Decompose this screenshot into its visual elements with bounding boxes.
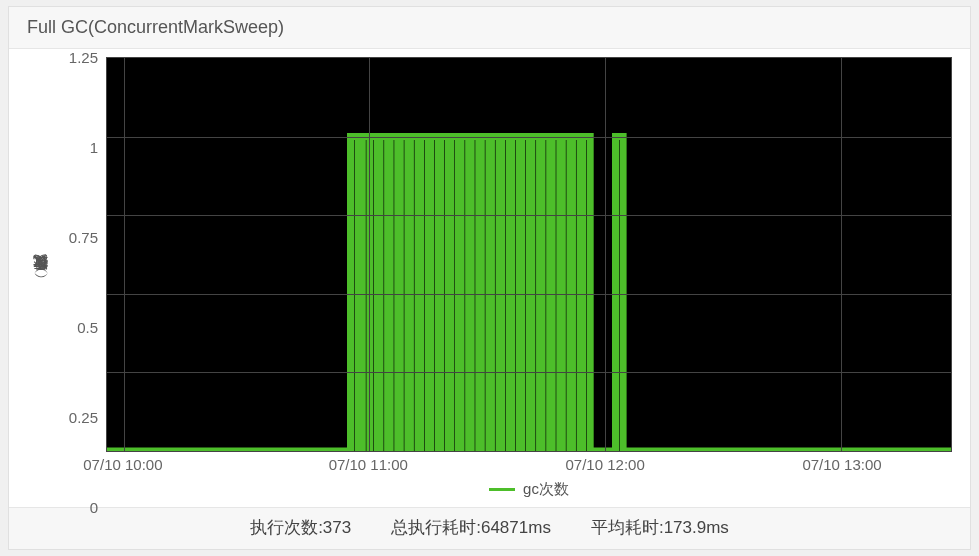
y-tick: 1.25 bbox=[69, 49, 98, 66]
grid-line-h bbox=[107, 294, 951, 295]
grid-line-h bbox=[107, 215, 951, 216]
grid-line-v bbox=[605, 58, 606, 451]
grid-line-h bbox=[107, 372, 951, 373]
stats-row: 执行次数:373 总执行耗时:64871ms 平均耗时:173.9ms bbox=[9, 507, 970, 549]
chart-body: 执行次数变化量（次） 1.2510.750.50.250 07/10 10:00… bbox=[9, 49, 970, 507]
chart-panel: Full GC(ConcurrentMarkSweep) 执行次数变化量（次） … bbox=[8, 6, 971, 550]
legend-label: gc次数 bbox=[523, 480, 569, 499]
grid-line-h bbox=[107, 137, 951, 138]
panel-title: Full GC(ConcurrentMarkSweep) bbox=[9, 7, 970, 49]
x-axis-ticks: 07/10 10:0007/10 11:0007/10 12:0007/10 1… bbox=[106, 452, 952, 476]
y-tick: 0.25 bbox=[69, 409, 98, 426]
plot-area[interactable] bbox=[106, 57, 952, 452]
y-tick: 0 bbox=[90, 499, 98, 516]
grid-line-v bbox=[841, 58, 842, 451]
x-tick: 07/10 10:00 bbox=[83, 456, 162, 473]
x-tick: 07/10 13:00 bbox=[802, 456, 881, 473]
y-tick: 0.75 bbox=[69, 229, 98, 246]
y-tick: 1 bbox=[90, 139, 98, 156]
series-line bbox=[107, 58, 951, 451]
legend: gc次数 bbox=[106, 476, 952, 507]
stat-total: 总执行耗时:64871ms bbox=[391, 516, 551, 539]
legend-swatch bbox=[489, 488, 515, 491]
y-axis-title-wrap: 执行次数变化量（次） bbox=[27, 57, 50, 507]
stat-avg: 平均耗时:173.9ms bbox=[591, 516, 729, 539]
y-tick: 0.5 bbox=[77, 319, 98, 336]
x-tick: 07/10 11:00 bbox=[329, 456, 408, 473]
grid-line-v bbox=[124, 58, 125, 451]
grid-line-v bbox=[369, 58, 370, 451]
stat-count: 执行次数:373 bbox=[250, 516, 351, 539]
x-tick: 07/10 12:00 bbox=[566, 456, 645, 473]
plot-row: 执行次数变化量（次） 1.2510.750.50.250 07/10 10:00… bbox=[27, 57, 952, 507]
plot-column: 07/10 10:0007/10 11:0007/10 12:0007/10 1… bbox=[106, 57, 952, 507]
y-axis-ticks: 1.2510.750.50.250 bbox=[50, 57, 106, 507]
